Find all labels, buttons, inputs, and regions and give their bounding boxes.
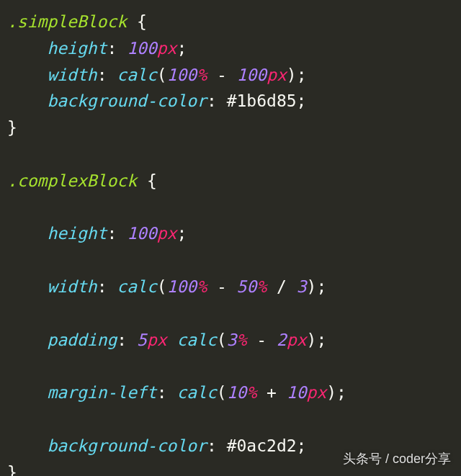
func-calc: calc	[117, 66, 156, 84]
selector-complexblock: .complexBlock	[7, 171, 137, 190]
val-unit: px	[157, 39, 177, 58]
prop-bgcolor: background-color	[47, 91, 207, 110]
prop-bgcolor: background-color	[47, 436, 207, 455]
prop-height: height	[47, 39, 107, 58]
val-hex: #1b6d85	[227, 91, 297, 110]
prop-padding: padding	[47, 331, 117, 349]
open-brace: {	[147, 171, 157, 190]
open-brace: {	[137, 12, 147, 31]
prop-width: width	[47, 277, 97, 296]
css-code-snippet: .simpleBlock { height: 100px; width: cal…	[0, 0, 461, 476]
selector-simpleblock: .simpleBlock	[7, 12, 127, 31]
val-num: 100	[127, 39, 157, 58]
val-hex: #0ac2d2	[227, 436, 297, 455]
prop-width: width	[47, 66, 97, 84]
close-brace: }	[7, 463, 17, 476]
close-brace: }	[7, 118, 17, 137]
prop-margin-left: margin-left	[47, 383, 156, 402]
watermark-text: 头条号 / coder分享	[343, 450, 451, 467]
prop-height: height	[47, 224, 107, 243]
